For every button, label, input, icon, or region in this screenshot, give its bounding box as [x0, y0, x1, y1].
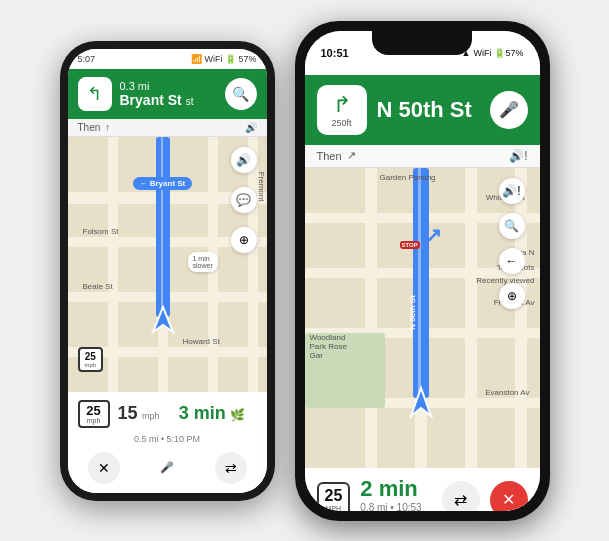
- mic-button[interactable]: 🎤: [160, 461, 174, 474]
- android-home-bar: [78, 488, 257, 493]
- then-label: Then: [78, 122, 101, 133]
- phones-container: 5:07 📶 WiFi 🔋 57% ↰ 0.3 mi Bryant St st …: [40, 1, 570, 541]
- speed-limit-box: 25 mph: [78, 400, 110, 428]
- iphone-nav-street: N 50th St: [377, 97, 480, 123]
- android-action-buttons: ✕ 🎤 ⇄: [78, 448, 257, 488]
- svg-rect-19: [465, 168, 477, 468]
- iphone-close-button[interactable]: ✕: [490, 481, 528, 511]
- iphone-eta-time: 2 min: [360, 476, 431, 502]
- nav-distance: 0.3 mi: [120, 80, 217, 92]
- iphone-nav-header: ↱ 250ft N 50th St 🎤: [305, 75, 540, 145]
- woodland-park-label: WoodlandPark RoseGar: [310, 333, 347, 360]
- iphone-nav-info: N 50th St: [377, 97, 480, 123]
- android-screen: 5:07 📶 WiFi 🔋 57% ↰ 0.3 mi Bryant St st …: [68, 49, 267, 493]
- current-speed-unit: mph: [142, 411, 160, 421]
- svg-rect-17: [365, 168, 377, 468]
- android-bottom-panel: 25 mph 15 mph 3 min 🌿 0.5 mi • 5:10 PM: [68, 392, 267, 493]
- iphone-search-button[interactable]: 🔍: [499, 213, 525, 239]
- iphone-eta-row: 25 MPH 2 min 0.8 mi • 10:53 PM ⇄ ✕: [317, 476, 528, 511]
- slower-badge: 1 minslower: [188, 252, 218, 272]
- nav-street: Bryant St st: [120, 92, 217, 108]
- svg-rect-8: [248, 137, 258, 392]
- stop-sign: STOP: [400, 241, 420, 249]
- iphone-mic-button[interactable]: 🎤: [490, 91, 528, 129]
- iphone-then-arrow: ↗: [347, 149, 356, 162]
- turn-arrow-box: ↰: [78, 77, 112, 111]
- folsom-label: Folsom St: [83, 227, 119, 236]
- current-speed-block: 15 mph: [118, 403, 160, 424]
- garden-parking-label: Garden Parking: [380, 173, 436, 182]
- svg-rect-23: [418, 168, 421, 398]
- iphone-turn-arrow-icon: ↱: [333, 92, 351, 118]
- current-speed: 15: [118, 403, 138, 423]
- iphone-bottom-panel: 25 MPH 2 min 0.8 mi • 10:53 PM ⇄ ✕: [305, 468, 540, 511]
- iphone-recenter-button[interactable]: ⊕: [499, 283, 525, 309]
- iphone-status-icons: ▲ WiFi 🔋57%: [462, 48, 524, 58]
- sound-button[interactable]: 🔊: [231, 147, 257, 173]
- beale-label: Beale St: [83, 282, 113, 291]
- iphone-eta-block: 2 min 0.8 mi • 10:53 PM: [360, 476, 431, 511]
- eta-block: 3 min 🌿: [168, 403, 257, 424]
- feedback-button[interactable]: 💬: [231, 187, 257, 213]
- iphone-notch: [372, 31, 472, 55]
- fremont-label: Fremont: [257, 171, 266, 201]
- iphone-status-bar: 10:51 ▲ WiFi 🔋57%: [305, 31, 540, 75]
- speed-limit-value: 25: [85, 404, 103, 417]
- speed-sign-map: 25 mph: [78, 347, 104, 372]
- svg-rect-5: [108, 137, 118, 392]
- android-status-icons: 📶 WiFi 🔋 57%: [191, 54, 257, 64]
- n50th-route-label: N 50th St: [407, 295, 416, 330]
- android-status-bar: 5:07 📶 WiFi 🔋 57%: [68, 49, 267, 69]
- sound-icon-bar[interactable]: 🔊: [245, 122, 257, 133]
- iphone-action-buttons: ⇄ ✕: [442, 481, 528, 511]
- turn-arrow-icon: ↰: [87, 83, 102, 105]
- android-time: 5:07: [78, 54, 96, 64]
- iphone-then-bar: Then ↗ 🔊!: [305, 145, 540, 168]
- iphone-turn-box: ↱ 250ft: [317, 85, 367, 135]
- iphone-time: 10:51: [321, 47, 349, 59]
- iphone-turn-distance: 250ft: [331, 118, 351, 128]
- svg-rect-10: [161, 137, 163, 317]
- iphone-map-svg: [305, 168, 540, 468]
- route-options-button[interactable]: ⇄: [215, 452, 247, 484]
- iphone-route-button[interactable]: ⇄: [442, 481, 480, 511]
- recently-viewed-label: Recently viewed: [476, 276, 534, 285]
- iphone-speed-mph: MPH: [325, 505, 343, 511]
- eta-details: 0.5 mi • 5:10 PM: [78, 434, 257, 444]
- android-map-area: Folsom St Beale St Howard St Fremont ← B…: [68, 137, 267, 392]
- android-nav-header: ↰ 0.3 mi Bryant St st 🔍: [68, 69, 267, 119]
- iphone-then-label: Then: [317, 150, 342, 162]
- android-then-bar: Then ↑ 🔊: [68, 119, 267, 137]
- iphone-sound-button[interactable]: 🔊!: [499, 178, 525, 204]
- eco-leaf-icon: 🌿: [230, 408, 245, 422]
- eta-time: 3 min: [179, 403, 226, 423]
- evanston-label: Evanston Av: [485, 388, 529, 397]
- then-arrow: ↑: [105, 122, 110, 133]
- iphone-speed-limit-box: 25 MPH: [317, 482, 351, 511]
- nav-info: 0.3 mi Bryant St st: [120, 80, 217, 108]
- close-button[interactable]: ✕: [88, 452, 120, 484]
- iphone-sound-icon[interactable]: 🔊!: [509, 149, 527, 163]
- android-phone: 5:07 📶 WiFi 🔋 57% ↰ 0.3 mi Bryant St st …: [60, 41, 275, 501]
- speed-eta-row: 25 mph 15 mph 3 min 🌿: [78, 400, 257, 428]
- svg-rect-20: [515, 168, 527, 468]
- map-turn-arrow: ↗: [425, 223, 442, 247]
- recenter-button[interactable]: ⊕: [231, 227, 257, 253]
- iphone-screen: 10:51 ▲ WiFi 🔋57% ↱ 250ft N 50th St 🎤: [305, 31, 540, 511]
- iphone-speed-limit: 25: [325, 487, 343, 505]
- iphone: 10:51 ▲ WiFi 🔋57% ↱ 250ft N 50th St 🎤: [295, 21, 550, 521]
- route-bubble: ← Bryant St: [133, 177, 193, 190]
- speed-unit: mph: [85, 417, 103, 424]
- iphone-feedback-button[interactable]: ←: [499, 248, 525, 274]
- iphone-map-area: Garden Parking Whitman A Aurora N Tara's…: [305, 168, 540, 468]
- iphone-eta-details: 0.8 mi • 10:53 PM: [360, 502, 431, 511]
- howard-label: Howard St: [183, 337, 220, 346]
- search-button[interactable]: 🔍: [225, 78, 257, 110]
